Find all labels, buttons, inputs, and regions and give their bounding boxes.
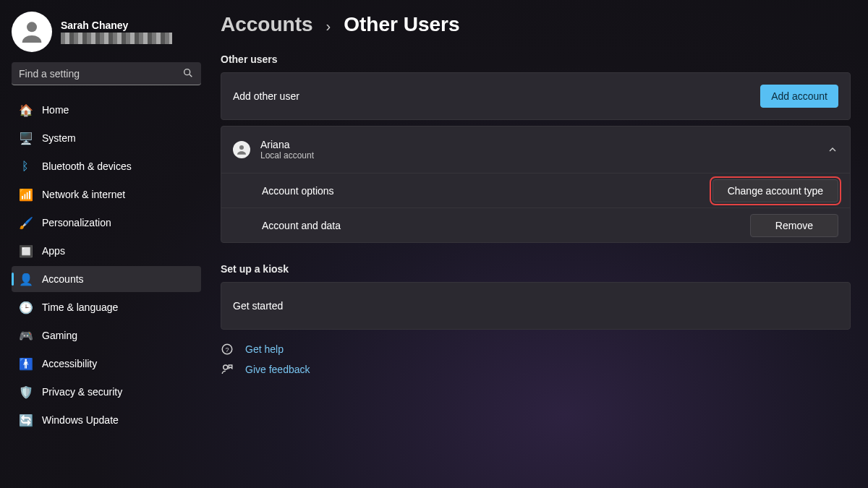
give-feedback-link[interactable]: Give feedback [245, 364, 310, 375]
breadcrumb-parent[interactable]: Accounts [221, 13, 313, 36]
change-account-type-button[interactable]: Change account type [712, 179, 838, 202]
nav-label: Apps [42, 245, 65, 257]
nav-label: System [42, 132, 76, 144]
nav-privacy[interactable]: 🛡️Privacy & security [12, 379, 201, 405]
bluetooth-icon: ᛒ [19, 160, 32, 173]
help-icon: ? [221, 343, 234, 356]
nav-bluetooth[interactable]: ᛒBluetooth & devices [12, 153, 201, 179]
clock-icon: 🕒 [19, 301, 32, 314]
remove-button[interactable]: Remove [750, 214, 838, 237]
nav-label: Privacy & security [42, 386, 122, 398]
breadcrumb: Accounts › Other Users [221, 13, 851, 36]
update-icon: 🔄 [19, 414, 32, 427]
profile[interactable]: Sarah Chaney [12, 12, 201, 52]
search [12, 62, 201, 85]
gamepad-icon: 🎮 [19, 329, 32, 343]
account-options-label: Account options [262, 185, 334, 197]
user-type: Local account [260, 150, 314, 160]
nav-label: Windows Update [42, 414, 119, 426]
wifi-icon: 📶 [19, 188, 32, 202]
nav-label: Accessibility [42, 358, 97, 369]
search-input[interactable] [12, 62, 201, 85]
accounts-icon: 👤 [19, 273, 32, 286]
apps-icon: 🔲 [19, 244, 32, 258]
avatar [12, 12, 52, 52]
nav-time[interactable]: 🕒Time & language [12, 294, 201, 320]
account-data-label: Account and data [262, 220, 341, 231]
svg-line-2 [190, 74, 192, 77]
nav-personalization[interactable]: 🖌️Personalization [12, 210, 201, 236]
brush-icon: 🖌️ [19, 216, 32, 230]
kiosk-get-started: Get started [233, 300, 283, 312]
nav-system[interactable]: 🖥️System [12, 125, 201, 151]
nav-windows-update[interactable]: 🔄Windows Update [12, 407, 201, 433]
sidebar: Sarah Chaney 🏠Home 🖥️System ᛒBluetooth &… [0, 0, 212, 488]
chevron-right-icon: › [326, 18, 331, 35]
nav-gaming[interactable]: 🎮Gaming [12, 322, 201, 348]
accessibility-icon: 🚹 [19, 357, 32, 371]
nav-label: Gaming [42, 330, 77, 341]
nav-network[interactable]: 📶Network & internet [12, 181, 201, 207]
nav-label: Home [42, 104, 69, 116]
person-icon [235, 143, 248, 156]
nav-label: Personalization [42, 217, 111, 228]
svg-point-0 [27, 22, 37, 32]
account-options-row: Account options Change account type [221, 173, 850, 207]
nav-accounts[interactable]: 👤Accounts [12, 266, 201, 292]
get-help-row[interactable]: ? Get help [221, 343, 851, 356]
svg-point-1 [184, 69, 190, 75]
user-name: Ariana [260, 139, 314, 150]
account-data-row: Account and data Remove [221, 207, 850, 242]
shield-icon: 🛡️ [19, 385, 32, 399]
nav: 🏠Home 🖥️System ᛒBluetooth & devices 📶Net… [12, 97, 201, 433]
nav-label: Network & internet [42, 189, 125, 200]
user-card-ariana: Ariana Local account Account options Cha… [221, 126, 851, 243]
chevron-up-icon [827, 144, 838, 155]
section-other-users-title: Other users [221, 53, 851, 65]
give-feedback-row[interactable]: Give feedback [221, 363, 851, 376]
svg-point-3 [239, 145, 244, 150]
feedback-icon [221, 363, 234, 376]
system-icon: 🖥️ [19, 132, 32, 145]
add-other-user-card: Add other user Add account [221, 72, 851, 120]
add-account-button[interactable]: Add account [760, 85, 838, 108]
user-avatar [233, 141, 250, 158]
person-icon [17, 17, 46, 46]
section-kiosk-title: Set up a kiosk [221, 263, 851, 275]
get-help-link[interactable]: Get help [245, 343, 284, 355]
profile-name: Sarah Chaney [61, 20, 172, 31]
search-icon [182, 67, 194, 79]
page-title: Other Users [344, 13, 459, 36]
add-other-user-label: Add other user [233, 90, 299, 102]
user-header[interactable]: Ariana Local account [221, 127, 850, 173]
main: Accounts › Other Users Other users Add o… [212, 0, 868, 488]
nav-accessibility[interactable]: 🚹Accessibility [12, 351, 201, 377]
svg-text:?: ? [225, 346, 229, 354]
home-icon: 🏠 [19, 103, 32, 117]
kiosk-card[interactable]: Get started [221, 282, 851, 330]
profile-email-redacted [61, 33, 172, 44]
nav-label: Bluetooth & devices [42, 160, 132, 172]
nav-home[interactable]: 🏠Home [12, 97, 201, 123]
nav-label: Accounts [42, 273, 84, 285]
nav-apps[interactable]: 🔲Apps [12, 238, 201, 264]
svg-point-6 [224, 365, 228, 369]
nav-label: Time & language [42, 301, 118, 313]
